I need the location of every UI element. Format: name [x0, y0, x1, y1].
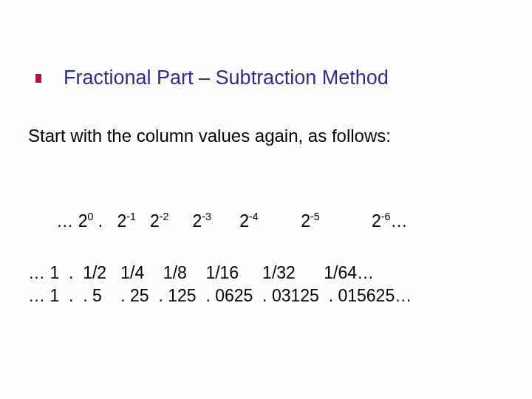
- row-suffix: …: [395, 286, 412, 305]
- power-exp: 0: [88, 211, 94, 222]
- dec-val: . 125: [158, 286, 196, 305]
- power-exp: -4: [249, 211, 259, 222]
- intro-text: Start with the column values again, as f…: [28, 126, 391, 146]
- row-prefix: …: [56, 211, 73, 231]
- dec-val: . 5: [83, 286, 102, 305]
- frac-val: 1/16: [205, 263, 239, 282]
- dec-val: . 25: [120, 286, 149, 305]
- power-exp: -6: [381, 211, 391, 222]
- power-base: 2: [150, 211, 160, 231]
- power-exp: -5: [310, 211, 320, 222]
- dec-val: . 03125: [262, 286, 319, 305]
- frac-val: 1/8: [163, 263, 187, 282]
- row-prefix: …: [28, 286, 45, 305]
- dec-val: 1: [50, 286, 59, 305]
- frac-val: 1/2: [83, 263, 106, 282]
- row-suffix: …: [391, 211, 408, 231]
- accent-bar-icon: [35, 74, 41, 83]
- power-base: 2: [78, 211, 88, 231]
- frac-val: 1/32: [262, 263, 296, 282]
- dec-val: . 015625: [329, 286, 395, 305]
- power-base: 2: [239, 211, 249, 231]
- radix-dot: .: [69, 263, 73, 282]
- power-exp: -2: [160, 211, 169, 222]
- fractions-row: … 1 . 1/2 1/4 1/8 1/16 1/32 1/64…: [28, 262, 412, 284]
- row-prefix: …: [28, 263, 45, 282]
- row-suffix: …: [357, 263, 374, 282]
- slide-title: Fractional Part – Subtraction Method: [64, 66, 389, 89]
- radix-dot: .: [98, 211, 103, 231]
- frac-val: 1/64: [324, 263, 357, 282]
- frac-val: 1/4: [120, 263, 144, 282]
- power-base: 2: [372, 211, 381, 231]
- power-exp: -3: [202, 211, 211, 222]
- decimals-row: … 1 . . 5 . 25 . 125 . 0625 . 03125 . 01…: [28, 284, 412, 307]
- power-base: 2: [301, 211, 310, 231]
- slide: Fractional Part – Subtraction Method Sta…: [0, 0, 532, 399]
- power-base: 2: [192, 211, 202, 231]
- powers-row: … 20 . 2-1 2-2 2-3 2-4 2-5 2-6…: [28, 191, 412, 251]
- title-row: Fractional Part – Subtraction Method: [35, 66, 389, 89]
- frac-val: 1: [50, 263, 59, 282]
- power-exp: -1: [126, 211, 136, 222]
- radix-dot: .: [69, 286, 73, 305]
- dec-val: . 0625: [205, 286, 253, 305]
- value-table: … 20 . 2-1 2-2 2-3 2-4 2-5 2-6… … 1 . 1/…: [28, 191, 412, 307]
- power-base: 2: [117, 211, 126, 231]
